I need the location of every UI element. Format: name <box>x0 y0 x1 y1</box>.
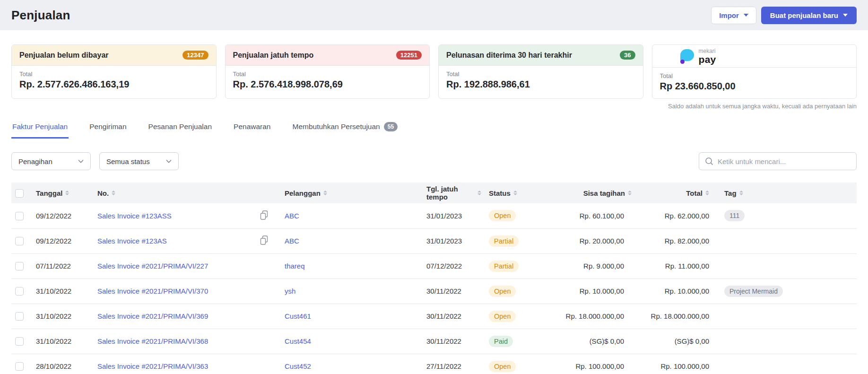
select-all-checkbox[interactable] <box>15 189 24 198</box>
customer-link[interactable]: ABC <box>285 212 299 220</box>
page-title: Penjualan <box>11 8 70 23</box>
card-body: Total Rp 23.660.850,00 <box>652 68 857 98</box>
sort-icon <box>112 191 115 195</box>
due-date: 30/11/2022 <box>423 329 485 354</box>
tab-membutuhkan-persetujuan[interactable]: Membutuhkan Persetujuan 55 <box>291 117 399 139</box>
customer-link[interactable]: Cust454 <box>285 337 311 345</box>
balance-footnote: Saldo adalah untuk semua jangka waktu, k… <box>11 103 857 110</box>
total-value: Rp. 18.000.000,00 <box>635 304 720 329</box>
row-checkbox[interactable] <box>15 237 24 245</box>
mekari-brand-text: mekari <box>699 48 716 54</box>
column-header-no[interactable]: No. <box>94 183 281 203</box>
import-button[interactable]: Impor <box>711 7 756 24</box>
sisa-tagihan-value: Rp. 18.000.000,00 <box>555 304 635 329</box>
sisa-tagihan-value: Rp. 60.100,00 <box>555 203 635 228</box>
sort-icon <box>739 191 743 195</box>
column-header-tag[interactable]: Tag <box>720 183 857 203</box>
row-checkbox[interactable] <box>15 262 24 270</box>
total-value: (SG)$ 0,00 <box>635 329 720 354</box>
copy-icon[interactable] <box>260 210 269 222</box>
sisa-tagihan-value: Rp. 10.000,00 <box>555 278 635 304</box>
search-input[interactable] <box>718 157 851 165</box>
invoice-date: 31/10/2022 <box>32 278 94 304</box>
status-badge: Open <box>489 361 516 372</box>
mekari-pay-logo: mekari pay <box>679 48 716 64</box>
chevron-down-icon <box>78 159 84 163</box>
create-sale-button[interactable]: Buat penjualan baru <box>761 7 857 24</box>
total-value: Rp. 82.000,00 <box>635 228 720 253</box>
chevron-down-icon <box>166 159 172 163</box>
column-header-pelanggan[interactable]: Pelanggan <box>281 183 423 203</box>
card-header: Penjualan jatuh tempo 12251 <box>226 45 430 66</box>
customer-link[interactable]: Cust461 <box>285 312 311 320</box>
due-date: 31/01/2023 <box>423 228 485 253</box>
status-filter-dropdown[interactable]: Semua status <box>99 152 179 170</box>
total-value: Rp. 10.000,00 <box>635 278 720 304</box>
total-label: Total <box>660 72 849 79</box>
row-checkbox[interactable] <box>15 362 24 371</box>
due-date: 27/11/2022 <box>423 354 485 374</box>
sort-icon <box>628 191 632 195</box>
status-badge: Open <box>489 210 516 221</box>
column-header-jatuh-tempo[interactable]: Tgl. jatuh tempo <box>423 183 485 203</box>
invoice-table: Tanggal No. Pelanggan Tgl. jatuh tempo S… <box>11 183 857 374</box>
column-header-tanggal[interactable]: Tanggal <box>32 183 94 203</box>
invoice-link[interactable]: Sales Invoice #2021/PRIMA/VI/363 <box>97 362 208 370</box>
sisa-tagihan-value: Rp. 20.000,00 <box>555 228 635 253</box>
invoice-link[interactable]: Sales Invoice #2021/PRIMA/VI/227 <box>97 262 208 270</box>
row-checkbox[interactable] <box>15 312 24 321</box>
card-payments-received[interactable]: Pelunasan diterima 30 hari terakhir 36 T… <box>438 44 643 99</box>
invoice-date: 09/12/2022 <box>32 228 94 253</box>
sort-icon <box>65 191 69 195</box>
invoice-link[interactable]: Sales Invoice #2021/PRIMA/VI/370 <box>97 287 208 295</box>
card-overdue-sales[interactable]: Penjualan jatuh tempo 12251 Total Rp. 2.… <box>225 44 430 99</box>
invoice-link[interactable]: Sales Invoice #2021/PRIMA/VI/369 <box>97 312 208 320</box>
total-label: Total <box>233 70 422 78</box>
tab-pengiriman[interactable]: Pengiriman <box>88 118 127 139</box>
status-badge: Partial <box>489 261 519 272</box>
customer-link[interactable]: ysh <box>285 287 295 295</box>
card-header: Penjualan belum dibayar 12347 <box>12 45 216 66</box>
card-title: Penjualan jatuh tempo <box>233 51 314 60</box>
sort-icon <box>705 191 709 195</box>
sort-icon <box>477 191 481 195</box>
sort-icon <box>513 191 517 195</box>
customer-link[interactable]: Cust452 <box>285 362 311 370</box>
row-checkbox[interactable] <box>15 337 24 346</box>
count-badge: 12347 <box>182 51 208 60</box>
column-header-sisa-tagihan[interactable]: Sisa tagihan <box>555 183 635 203</box>
customer-link[interactable]: thareq <box>285 262 305 270</box>
billing-type-dropdown[interactable]: Penagihan <box>11 152 91 170</box>
invoice-date: 07/11/2022 <box>32 253 94 278</box>
tab-faktur-penjualan[interactable]: Faktur Penjualan <box>11 118 69 139</box>
tab-penawaran[interactable]: Penawaran <box>233 118 271 139</box>
tab-bar: Faktur Penjualan Pengiriman Pesanan Penj… <box>11 117 857 139</box>
invoice-date: 31/10/2022 <box>32 329 94 354</box>
copy-icon[interactable] <box>260 235 269 247</box>
status-badge: Open <box>489 286 516 297</box>
table-row: 31/10/2022 Sales Invoice #2021/PRIMA/VI/… <box>11 278 857 304</box>
pay-brand-text: pay <box>699 54 716 64</box>
status-badge: Partial <box>489 235 519 247</box>
total-label: Total <box>19 70 208 78</box>
create-sale-button-label: Buat penjualan baru <box>770 11 838 19</box>
card-body: Total Rp. 2.576.418.998.078,69 <box>226 66 430 96</box>
row-checkbox[interactable] <box>15 287 24 296</box>
card-mekari-pay[interactable]: mekari pay Total Rp 23.660.850,00 <box>652 44 857 99</box>
search-icon <box>705 157 713 165</box>
due-date: 30/11/2022 <box>423 278 485 304</box>
invoice-table-wrap: Tanggal No. Pelanggan Tgl. jatuh tempo S… <box>11 183 857 374</box>
column-header-total[interactable]: Total <box>635 183 720 203</box>
invoice-link[interactable]: Sales Invoice #123AS <box>97 237 167 245</box>
invoice-link[interactable]: Sales Invoice #123ASS <box>97 212 172 220</box>
customer-link[interactable]: ABC <box>285 237 299 245</box>
row-checkbox[interactable] <box>15 212 24 220</box>
card-body: Total Rp. 192.888.986,61 <box>439 66 643 96</box>
table-row: 31/10/2022 Sales Invoice #2021/PRIMA/VI/… <box>11 304 857 329</box>
card-unpaid-sales[interactable]: Penjualan belum dibayar 12347 Total Rp. … <box>11 44 217 99</box>
table-row: 09/12/2022 Sales Invoice #123AS ABC 31/0… <box>11 228 857 253</box>
tab-pesanan-penjualan[interactable]: Pesanan Penjualan <box>148 118 213 139</box>
column-header-status[interactable]: Status <box>485 183 555 203</box>
invoice-link[interactable]: Sales Invoice #2021/PRIMA/VI/368 <box>97 337 208 345</box>
invoice-date: 31/10/2022 <box>32 304 94 329</box>
